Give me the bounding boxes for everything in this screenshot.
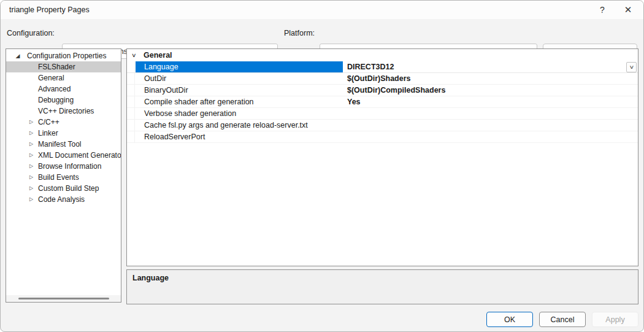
property-row-reloadserverport[interactable]: ReloadServerPort: [127, 131, 638, 143]
property-value-text: DIRECT3D12: [347, 63, 394, 71]
tree-collapsed-icon[interactable]: ▷: [28, 172, 34, 183]
description-panel: Language: [126, 269, 638, 304]
property-name[interactable]: Verbose shader generation: [136, 108, 343, 119]
platform-label: Platform:: [284, 29, 315, 37]
tree-item-manifest-tool[interactable]: ▷ Manifest Tool: [6, 139, 121, 150]
tree-collapsed-icon[interactable]: ▷: [28, 183, 34, 194]
tree-collapsed-icon[interactable]: ▷: [28, 139, 34, 150]
tree-item-configuration-properties[interactable]: ◢ Configuration Properties: [6, 50, 121, 61]
tree-collapsed-icon[interactable]: ▷: [28, 150, 34, 161]
close-button[interactable]: ✕: [615, 1, 641, 19]
tree-item-fslshader[interactable]: FSLShader: [6, 61, 121, 72]
property-value[interactable]: [343, 120, 638, 131]
tree-item-label: Browse Information: [38, 161, 101, 172]
tree-collapsed-icon[interactable]: ▷: [28, 128, 34, 139]
property-name[interactable]: BinaryOutDir: [136, 85, 343, 96]
group-header-label: General: [144, 49, 172, 61]
row-margin: [127, 120, 135, 131]
tree-item-debugging[interactable]: Debugging: [6, 95, 121, 106]
tree-item-label: Linker: [38, 128, 58, 139]
row-margin: [127, 108, 135, 119]
close-icon: ✕: [624, 4, 632, 15]
property-name[interactable]: ReloadServerPort: [136, 131, 343, 142]
property-row-language[interactable]: Language DIRECT3D12 ∨: [127, 61, 638, 73]
property-value[interactable]: [343, 108, 638, 119]
tree-item-custom-build-step[interactable]: ▷ Custom Build Step: [6, 183, 121, 194]
tree-item-label: XML Document Generator: [38, 150, 121, 161]
row-margin: [127, 96, 135, 107]
tree-item-xml-document-generator[interactable]: ▷ XML Document Generator: [6, 150, 121, 161]
description-title: Language: [132, 274, 632, 282]
property-name[interactable]: OutDir: [136, 73, 343, 84]
cancel-button[interactable]: Cancel: [539, 312, 586, 327]
horizontal-scrollbar[interactable]: [6, 295, 121, 302]
configuration-toolbar: Configuration: All Configurations ∨ Plat…: [1, 19, 643, 46]
property-name[interactable]: Cache fsl.py args and generate reload-se…: [136, 120, 343, 131]
property-row-verbose-shader[interactable]: Verbose shader generation: [127, 108, 638, 120]
tree-item-build-events[interactable]: ▷ Build Events: [6, 172, 121, 183]
tree-item-label: VC++ Directories: [38, 106, 94, 117]
apply-button: Apply: [592, 312, 638, 327]
tree-item-general[interactable]: General: [6, 72, 121, 83]
tree-item-label: Configuration Properties: [27, 50, 106, 61]
properties-tree-panel: ◢ Configuration Properties FSLShader Gen…: [6, 48, 121, 303]
property-row-binaryoutdir[interactable]: BinaryOutDir $(OutDir)CompiledShaders: [127, 85, 638, 96]
chevron-down-icon: ∨: [629, 63, 634, 72]
tree-item-c-cpp[interactable]: ▷ C/C++: [6, 117, 121, 128]
property-value[interactable]: $(OutDir)CompiledShaders: [343, 85, 638, 96]
help-button[interactable]: ?: [589, 1, 615, 19]
group-collapse-icon[interactable]: ∨: [131, 49, 137, 61]
property-row-outdir[interactable]: OutDir $(OutDir)Shaders: [127, 73, 638, 85]
property-value[interactable]: [343, 131, 638, 142]
title-bar: triangle Property Pages ? ✕: [1, 1, 643, 19]
ok-button[interactable]: OK: [486, 312, 533, 327]
tree-item-code-analysis[interactable]: ▷ Code Analysis: [6, 194, 121, 205]
tree-item-browse-information[interactable]: ▷ Browse Information: [6, 161, 121, 172]
row-margin: [127, 131, 135, 142]
window-title: triangle Property Pages: [9, 6, 90, 14]
scrollbar-thumb[interactable]: [18, 298, 109, 299]
tree-item-label: Code Analysis: [38, 194, 85, 205]
property-grid: ∨ General Language DIRECT3D12 ∨ OutDir $…: [126, 48, 638, 266]
property-row-cache-fsl-args[interactable]: Cache fsl.py args and generate reload-se…: [127, 120, 638, 131]
tree-item-label: FSLShader: [38, 61, 75, 72]
help-icon: ?: [600, 5, 605, 15]
tree-item-label: Manifest Tool: [38, 139, 81, 150]
row-margin: [127, 61, 135, 72]
group-header-general[interactable]: ∨ General: [127, 49, 638, 61]
property-name[interactable]: Language: [136, 61, 343, 72]
tree-item-label: C/C++: [38, 117, 59, 128]
tree-item-label: Custom Build Step: [38, 183, 99, 194]
value-dropdown-button[interactable]: ∨: [626, 62, 637, 72]
property-name[interactable]: Compile shader after generation: [136, 96, 343, 107]
tree-item-vcpp-directories[interactable]: VC++ Directories: [6, 106, 121, 117]
tree-item-label: General: [38, 72, 64, 83]
tree-item-label: Advanced: [38, 83, 71, 95]
tree-expanded-icon[interactable]: ◢: [15, 50, 21, 61]
tree-item-label: Build Events: [38, 172, 79, 183]
tree-item-linker[interactable]: ▷ Linker: [6, 128, 121, 139]
property-row-compile-shader[interactable]: Compile shader after generation Yes: [127, 96, 638, 108]
tree-item-label: Debugging: [38, 95, 74, 106]
property-value[interactable]: DIRECT3D12 ∨: [343, 61, 638, 72]
row-margin: [127, 73, 135, 84]
tree-item-advanced[interactable]: Advanced: [6, 83, 121, 95]
tree-collapsed-icon[interactable]: ▷: [28, 161, 34, 172]
property-value[interactable]: $(OutDir)Shaders: [343, 73, 638, 84]
tree-collapsed-icon[interactable]: ▷: [28, 117, 34, 128]
property-value[interactable]: Yes: [343, 96, 638, 107]
configuration-label: Configuration:: [7, 29, 55, 37]
row-margin: [127, 85, 135, 96]
property-pages-dialog: triangle Property Pages ? ✕ Configuratio…: [0, 0, 644, 332]
tree-collapsed-icon[interactable]: ▷: [28, 194, 34, 205]
